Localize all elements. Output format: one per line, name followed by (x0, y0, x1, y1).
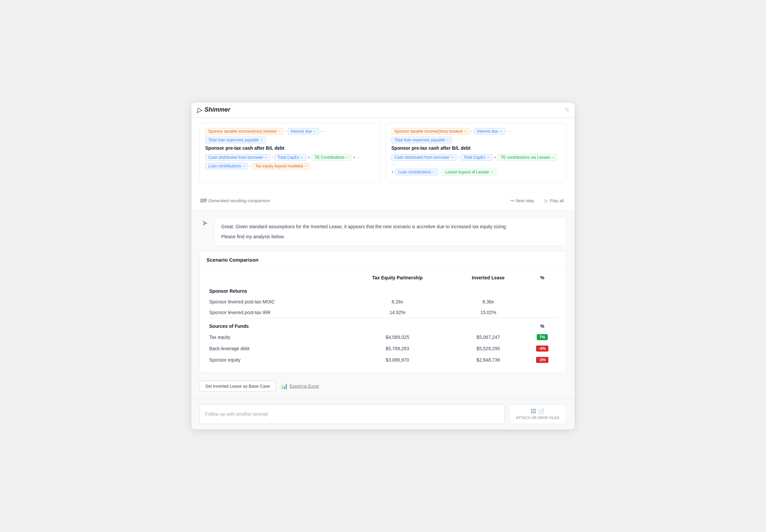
formula-card-left-top: Sponsor taxable income/(loss) booked - I… (200, 123, 380, 182)
scenario-header: Scenario Comparison (200, 252, 566, 268)
row-badge-irr (525, 307, 559, 318)
row-label-tax-equity: Tax equity (207, 331, 343, 343)
scenario-comparison: Scenario Comparison Tax Equity Partnersh… (200, 251, 566, 373)
formula-row-right-2: + Loan contributions - Lessor buyout of … (391, 169, 561, 175)
section-label-sources: Sources of Funds (207, 318, 343, 332)
play-icon: ▷ (545, 198, 548, 203)
tag-loan-expenses-right: Total loan expenses payable (391, 137, 452, 143)
input-area: 🖼 📄 ATTACH OR DROP FILES (191, 398, 574, 429)
row-label-sponsor-equity: Sponsor equity (207, 354, 343, 366)
attach-icon: 🖼 (531, 408, 536, 415)
set-base-case-button[interactable]: Set Inverted Lease as Base Case (200, 381, 276, 392)
row-label-irr: Sponsor levered post-tax IRR (207, 307, 343, 318)
row-badge-moic (525, 296, 559, 307)
export-excel-button[interactable]: 📊 Export to Excel (281, 383, 319, 389)
tag-cash-dist-left: Cash distributed from borrower (205, 154, 270, 161)
tag-capex-right: Total CapEx (461, 154, 492, 161)
row-val1-sponsor-equity: $3,066,970 (343, 354, 451, 366)
table-row: Sponsor equity $3,066,970 $2,848,736 -3% (207, 354, 559, 366)
file-drop-area[interactable]: 🖼 📄 ATTACH OR DROP FILES (509, 404, 566, 424)
tag-loan-contrib-left: Loan contributions (205, 163, 248, 169)
op-minus-7: - (458, 155, 459, 160)
formula-card-right-top: Sponsor taxable income/(loss) booked - I… (386, 123, 566, 182)
op-plus-1: + (308, 155, 310, 160)
more-icon-3[interactable]: ··· (509, 129, 513, 134)
tag-taxable-income-right: Sponsor taxable income/(loss) booked (391, 128, 470, 135)
ai-message: Great. Given standard assumptions for th… (200, 217, 566, 246)
svg-marker-0 (203, 221, 208, 226)
op-minus-3: - (272, 155, 273, 160)
op-minus-2: - (321, 129, 322, 134)
generated-label: Generated resulting comparison (208, 198, 270, 203)
play-all-button[interactable]: ▷ Play all (542, 197, 566, 205)
tag-tax-equity-buyout-left: Tax equity buyout modeled (252, 163, 310, 169)
row-val2-irr: 15.02% (452, 307, 525, 318)
tag-te-contrib-lessee-right: TE contributions via Lessee (498, 154, 557, 161)
excel-icon: 📊 (281, 383, 288, 389)
formula-title-left: Sponsor pre-tax cash after B/L debt (205, 145, 375, 151)
ai-line-1: Great. Given standard assumptions for th… (221, 223, 559, 230)
row-badge-back-leverage: -4% (525, 343, 559, 354)
col-header-label (207, 271, 343, 283)
formula-row-left-1: Cash distributed from borrower - Total C… (205, 154, 375, 161)
app-window: ▷ Shimmer ⤡ Sponsor taxable income/(loss… (191, 103, 574, 430)
sources-col1-empty (343, 318, 451, 332)
tag-lessor-buyout-right: Lessor buyout of Lessee (442, 169, 496, 175)
section-header-returns: Sponsor Returns (207, 283, 559, 296)
formula-row-right-1: Cash distributed from borrower - Total C… (391, 154, 561, 167)
play-all-label: Play all (550, 198, 564, 203)
ai-bubble: Great. Given standard assumptions for th… (214, 217, 566, 246)
formula-section: Sponsor taxable income/(loss) booked - I… (191, 118, 574, 192)
row-val2-tax-equity: $5,067,247 (452, 331, 525, 343)
tag-taxable-income-left: Sponsor taxable income/(loss) booked (205, 128, 284, 135)
formula-row-left-top-1: Sponsor taxable income/(loss) booked - I… (205, 128, 375, 135)
badge-neg4pct: -4% (536, 346, 548, 352)
next-step-button[interactable]: ↪ Next step (508, 197, 537, 205)
row-val1-irr: 14.92% (343, 307, 451, 318)
formula-row-right-top-1: Sponsor taxable income/(loss) booked - I… (391, 128, 561, 135)
op-plus-3: + (494, 155, 497, 160)
expand-icon[interactable]: ⤡ (565, 107, 569, 113)
terminal-icon: ⌨ (200, 198, 206, 203)
tag-loan-contrib-right: Loan contributions (395, 169, 438, 175)
logo-icon: ▷ (197, 106, 202, 114)
op-minus-1: - (285, 129, 286, 134)
file-icon: 📄 (538, 408, 545, 415)
prompt-input[interactable] (200, 404, 505, 424)
main-content: Sponsor taxable income/(loss) booked - I… (191, 118, 574, 430)
ai-line-2: Please find my analysis below. (221, 233, 559, 240)
scenario-table-wrapper: Tax Equity Partnership Inverted Lease % … (200, 268, 566, 372)
tag-te-contrib-left: TE Contributions (311, 154, 352, 161)
col-header-il: Inverted Lease (452, 271, 525, 283)
more-icon-4[interactable]: ··· (391, 162, 395, 167)
section-header-sources: Sources of Funds % (207, 318, 559, 332)
formula-row-left-2: Loan contributions - Tax equity buyout m… (205, 163, 375, 169)
tag-interest-due-left: Interest due (288, 128, 319, 135)
ai-avatar (200, 218, 210, 229)
more-icon-2[interactable]: ··· (357, 155, 360, 160)
scenario-table: Tax Equity Partnership Inverted Lease % … (207, 271, 559, 366)
badge-neg3pct: -3% (536, 357, 548, 363)
row-badge-tax-equity: 7% (525, 331, 559, 343)
table-row: Tax equity $4,589,025 $5,067,247 7% (207, 331, 559, 343)
row-val2-moic: 6.36x (452, 296, 525, 307)
next-step-icon: ↪ (510, 198, 514, 203)
generated-actions: ↪ Next step ▷ Play all (508, 197, 566, 205)
bottom-actions: Set Inverted Lease as Base Case 📊 Export… (191, 381, 574, 398)
op-minus-6: - (507, 129, 508, 134)
sources-col3-pct: % (525, 318, 559, 332)
row-val1-tax-equity: $4,589,025 (343, 331, 451, 343)
badge-7pct: 7% (537, 334, 548, 340)
op-minus-8: - (439, 169, 441, 174)
tag-loan-expenses-left: Total loan expenses payable (205, 137, 266, 143)
ai-avatar-icon (201, 219, 209, 227)
formula-title-right: Sponsor pre-tax cash after B/L debt (391, 145, 561, 151)
export-label: Export to Excel (290, 384, 319, 389)
sources-col2-empty (452, 318, 525, 332)
ai-message-section: Great. Given standard assumptions for th… (191, 209, 574, 252)
title-bar: ▷ Shimmer ⤡ (191, 103, 574, 118)
formula-row-left-top-2: Total loan expenses payable (205, 137, 375, 143)
logo: ▷ Shimmer (197, 106, 230, 114)
section-label-returns: Sponsor Returns (207, 283, 559, 296)
more-icon-1[interactable]: ··· (323, 129, 327, 134)
